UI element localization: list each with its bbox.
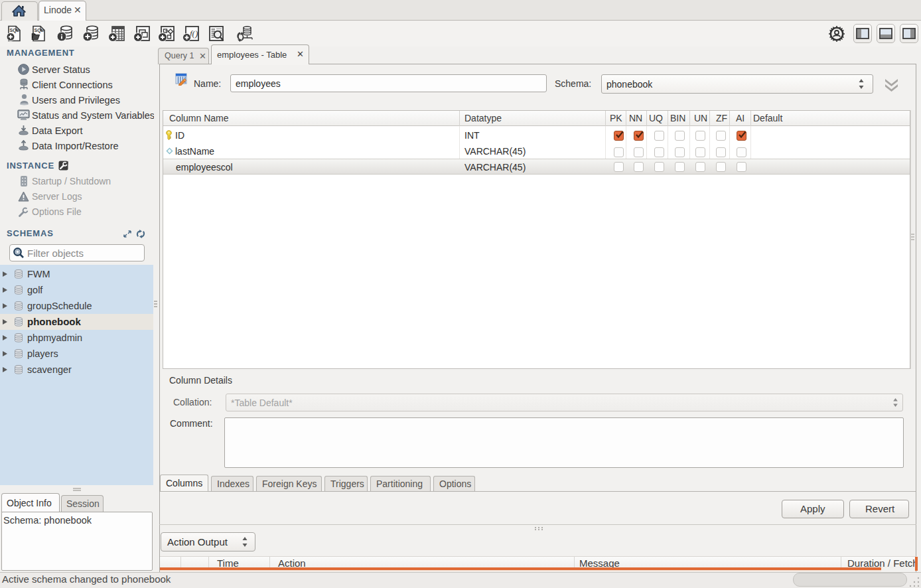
- svg-text:SQL: SQL: [35, 28, 44, 33]
- svg-text:SQL: SQL: [10, 28, 20, 33]
